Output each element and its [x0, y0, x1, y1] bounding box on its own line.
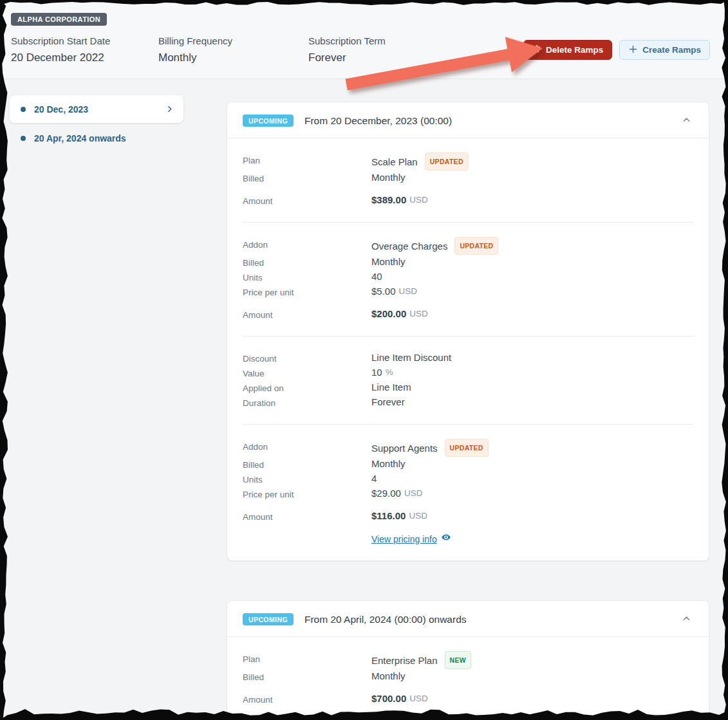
row-value: Forever	[371, 395, 405, 409]
row-value-text: Enterprise Plan	[371, 654, 438, 667]
create-ramps-label: Create Ramps	[642, 45, 701, 55]
collapse-button[interactable]	[680, 113, 693, 129]
chevron-up-icon	[681, 613, 692, 626]
row-value-text: Overage Charges	[371, 239, 447, 253]
row-value-text: Monthly	[371, 457, 406, 470]
header-field: Billing FrequencyMonthly	[158, 35, 308, 64]
status-badge: UPCOMING	[243, 613, 294, 625]
bullet-icon	[21, 107, 26, 112]
currency-label: USD	[409, 692, 428, 705]
row-value: Line Item	[371, 380, 411, 394]
detail-row: Price per unit$5.00USD	[243, 284, 693, 299]
line-item-section: AddonSupport AgentsUPDATEDBilledMonthlyU…	[243, 424, 693, 560]
topbar: ALPHA CORPORATION Subscription Start Dat…	[0, 0, 728, 79]
row-value-text: Monthly	[371, 255, 406, 268]
sidebar-item-20-dec-2023[interactable]: 20 Dec, 2023	[10, 95, 183, 123]
row-label: Billed	[243, 457, 371, 472]
row-label: Plan	[243, 152, 371, 167]
detail-row: Units40	[243, 270, 693, 284]
row-value: $200.00USD	[371, 307, 428, 320]
create-ramps-button[interactable]: Create Ramps	[619, 40, 710, 60]
detail-row: PlanScale PlanUPDATED	[243, 152, 693, 171]
row-value-text: Monthly	[371, 171, 406, 184]
detail-row: AddonSupport AgentsUPDATED	[243, 439, 693, 457]
detail-row: BilledMonthly	[243, 669, 693, 684]
row-value: Support AgentsUPDATED	[371, 439, 489, 457]
row-value: 4	[371, 472, 377, 485]
currency-label: USD	[409, 509, 427, 522]
detail-row: Price per unit$29.00USD	[243, 486, 693, 501]
collapse-button[interactable]	[680, 612, 693, 627]
plus-icon	[628, 44, 638, 56]
detail-row: DurationForever	[243, 395, 693, 410]
row-value: Monthly	[371, 669, 406, 683]
currency-label: USD	[404, 486, 423, 500]
row-value: $389.00USD	[371, 193, 428, 207]
row-value-text: 10	[371, 365, 382, 379]
eye-icon	[441, 532, 451, 546]
row-label: Amount	[243, 307, 371, 322]
row-value-text: 4	[371, 472, 377, 485]
row-value: $116.00USD	[371, 509, 427, 522]
field-value: 20 December 2022	[11, 51, 158, 64]
delete-ramps-button[interactable]: Delete Ramps	[523, 40, 612, 60]
row-label: Billed	[243, 171, 371, 185]
row-value: Enterprise PlanNEW	[371, 651, 471, 669]
detail-row: DiscountLine Item Discount	[243, 351, 693, 365]
detail-row: Amount$389.00USD	[243, 193, 693, 208]
row-label-spacer	[243, 532, 371, 533]
pricing-link-row: View pricing info	[243, 532, 693, 546]
row-label: Billed	[243, 255, 371, 270]
row-label: Billed	[243, 669, 371, 684]
field-label: Subscription Start Date	[11, 35, 158, 46]
row-value-text: Line Item Discount	[371, 351, 451, 364]
row-label: Duration	[243, 395, 371, 410]
field-label: Subscription Term	[308, 35, 386, 46]
row-value-text: Support Agents	[371, 441, 438, 455]
header-field: Subscription TermForever	[308, 35, 386, 64]
row-value: Monthly	[371, 171, 406, 184]
view-pricing-link[interactable]: View pricing info	[371, 532, 451, 546]
currency-label: USD	[409, 193, 428, 207]
row-label: Amount	[243, 193, 371, 208]
row-value-text: Scale Plan	[371, 155, 418, 169]
subscription-summary-fields: Subscription Start Date20 December 2022B…	[11, 35, 386, 64]
detail-row: Amount$700.00USD	[243, 692, 693, 706]
row-value-text: Monthly	[371, 669, 406, 683]
updated-badge: UPDATED	[454, 237, 498, 255]
line-item-section: AddonOverage ChargesUPDATEDBilledMonthly…	[243, 222, 693, 336]
currency-label: USD	[409, 307, 428, 320]
row-value-text: Forever	[371, 395, 405, 409]
status-badge: UPCOMING	[243, 115, 294, 127]
ramp-card-title: From 20 December, 2023 (00:00)	[304, 115, 452, 127]
company-badge: ALPHA CORPORATION	[11, 13, 107, 26]
detail-row: BilledMonthly	[243, 457, 693, 472]
sidebar-item-20-apr-2024-onwards[interactable]: 20 Apr, 2024 onwards	[10, 129, 183, 148]
ramp-card: UPCOMINGFrom 20 April, 2024 (00:00) onwa…	[227, 600, 709, 720]
new-badge: NEW	[445, 651, 471, 669]
row-label: Addon	[243, 237, 371, 252]
row-label: Applied on	[243, 380, 371, 395]
row-value: $700.00USD	[371, 692, 428, 705]
currency-label: %	[386, 365, 393, 379]
row-value-text: $29.00	[371, 486, 401, 500]
delete-ramps-label: Delete Ramps	[546, 45, 603, 55]
row-value-text: $116.00	[371, 509, 406, 522]
row-value: $29.00USD	[371, 486, 422, 500]
detail-row: Amount$200.00USD	[243, 307, 693, 322]
row-label: Price per unit	[243, 284, 371, 299]
detail-row: Units4	[243, 472, 693, 486]
detail-row: Amount$116.00USD	[243, 509, 693, 524]
ramp-card-header: UPCOMINGFrom 20 December, 2023 (00:00)	[227, 102, 709, 138]
view-pricing-label: View pricing info	[371, 533, 437, 546]
row-value-text: $200.00	[371, 307, 406, 320]
row-value-text: $389.00	[371, 193, 406, 207]
updated-badge: UPDATED	[445, 439, 489, 457]
detail-row: BilledMonthly	[243, 255, 693, 270]
row-label: Amount	[243, 692, 371, 706]
row-value-text: $5.00	[371, 284, 396, 298]
line-item-section: DiscountLine Item DiscountValue10%Applie…	[243, 336, 693, 424]
line-item-section: PlanScale PlanUPDATEDBilledMonthlyAmount…	[243, 138, 693, 222]
row-value: $5.00USD	[371, 284, 417, 298]
header-field: Subscription Start Date20 December 2022	[11, 35, 158, 64]
